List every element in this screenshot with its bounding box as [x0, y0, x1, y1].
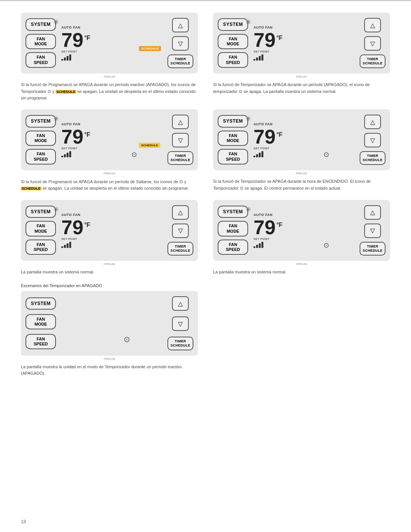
up-arrow-btn-4[interactable]: △ — [364, 115, 381, 129]
thermostat-panel-6: ✳ SYSTEM AUTO FAN 79°F SET POINT — [213, 200, 390, 261]
center-display-5: AUTO FAN 79°F SET POINT — [58, 213, 165, 248]
up-arrow-btn-1[interactable]: △ — [172, 18, 189, 32]
clock-icon-3: ⊙ — [131, 150, 137, 159]
fan-bar-6 — [256, 58, 258, 61]
row-4: Escenarios del Temporizador en APAGADO S… — [21, 283, 390, 381]
timer-schedule-btn-4[interactable]: TIMERSCHEDULE — [360, 151, 386, 165]
system-button-7[interactable]: SYSTEM — [25, 297, 56, 310]
down-arrow-btn-5[interactable]: ▽ — [172, 224, 189, 238]
snowflake-icon-2: ✳ — [245, 18, 251, 26]
fan-mode-button-2[interactable]: FANMODE — [218, 34, 248, 49]
system-button-3[interactable]: SYSTEM — [25, 115, 56, 127]
fan-bar-22 — [256, 245, 258, 248]
temp-display-3: 79°F — [61, 127, 90, 147]
timer-schedule-btn-2[interactable]: TIMERSCHEDULE — [360, 54, 386, 68]
row-1: ✳ SYSTEM AUTO FAN 79°F SET POINT — [21, 13, 390, 105]
fan-bar-8 — [261, 54, 263, 61]
down-arrow-btn-2[interactable]: ▽ — [364, 36, 381, 51]
fan-speed-button-3[interactable]: FANSPEED — [25, 149, 56, 164]
timer-schedule-btn-6[interactable]: TIMERSCHEDULE — [360, 242, 386, 256]
temp-display-6: 79°F — [253, 217, 282, 237]
fan-speed-button-2[interactable]: FANSPEED — [218, 52, 248, 67]
panel-wrapper-4: ✳ SYSTEM AUTO FAN 79°F SET POINT — [213, 109, 390, 175]
thermostat-panel-4: ✳ SYSTEM AUTO FAN 79°F SET POINT — [213, 109, 390, 170]
snowflake-icon-6: ✳ — [245, 205, 251, 214]
fan-bar-9 — [61, 156, 63, 157]
system-button-2[interactable]: SYSTEM — [218, 18, 248, 30]
up-arrow-btn-5[interactable]: △ — [172, 205, 189, 220]
center-display-4: AUTO FAN 79°F SET POINT — [250, 122, 357, 157]
right-controls-2: △ ▽ TIMERSCHEDULE — [360, 18, 386, 68]
fan-bar-10 — [64, 154, 66, 157]
fig-label-7: FRR106 — [21, 357, 198, 361]
fan-bar-1 — [61, 59, 63, 61]
right-controls-5: △ ▽ TIMERSCHEDULE — [167, 205, 193, 256]
fan-bar-15 — [259, 153, 261, 157]
fan-speed-button-7[interactable]: FANSPEED — [25, 334, 56, 349]
panel-wrapper-7: SYSTEM ⊙ △ ▽ TIMERSCHEDULE FANMODE FANSP… — [21, 291, 198, 361]
col-3-left: ✳ SYSTEM AUTO FAN 79°F SET POINT — [21, 200, 198, 280]
system-button-1[interactable]: SYSTEM — [25, 18, 56, 30]
fan-bar-5 — [253, 59, 255, 61]
snowflake-icon-3: ✳ — [53, 115, 59, 123]
fan-bar-3 — [67, 56, 68, 61]
fan-speed-button-1[interactable]: FANSPEED — [25, 52, 56, 67]
system-button-4[interactable]: SYSTEM — [218, 115, 248, 127]
thermostat-panel-3: ✳ SYSTEM AUTO FAN 79°F SET POINT — [21, 109, 198, 170]
fan-mode-button-5[interactable]: FANMODE — [25, 221, 56, 236]
snowflake-icon-4: ✳ — [245, 115, 251, 123]
fan-mode-button-6[interactable]: FANMODE — [218, 221, 248, 236]
up-arrow-btn-7[interactable]: △ — [172, 296, 189, 311]
col-1-right: ✳ SYSTEM AUTO FAN 79°F SET POINT — [213, 13, 390, 105]
fan-speed-button-4[interactable]: FANSPEED — [218, 149, 248, 164]
col-4-right-empty — [213, 283, 390, 381]
fan-speed-button-6[interactable]: FANSPEED — [218, 240, 248, 255]
fan-bar-20 — [69, 242, 71, 248]
page-border-top — [0, 0, 411, 1]
thermostat-panel-5: ✳ SYSTEM AUTO FAN 79°F SET POINT — [21, 200, 198, 261]
center-display-6: AUTO FAN 79°F SET POINT — [250, 213, 357, 248]
section-heading: Escenarios del Temporizador en APAGADO — [21, 283, 198, 288]
thermostat-panel-7: SYSTEM ⊙ △ ▽ TIMERSCHEDULE FANMODE FANSP… — [21, 291, 198, 356]
panel-wrapper-5: ✳ SYSTEM AUTO FAN 79°F SET POINT — [21, 200, 198, 266]
schedule-bar-1: SCHEDULE — [139, 46, 161, 51]
fan-speed-indicator-2 — [253, 54, 263, 61]
temp-display-5: 79°F — [61, 217, 90, 237]
down-arrow-btn-7[interactable]: ▽ — [172, 316, 189, 331]
fan-bar-19 — [67, 243, 68, 248]
col-2-left: ✳ SYSTEM AUTO FAN 79°F SET POINT — [21, 109, 198, 196]
down-arrow-btn-1[interactable]: ▽ — [172, 36, 189, 51]
fig-label-3: FRR104 — [21, 172, 198, 175]
caption-4: Si la funció de Temporizador se APAGA du… — [213, 178, 390, 192]
up-arrow-btn-2[interactable]: △ — [364, 18, 381, 32]
fan-speed-indicator-3 — [61, 151, 71, 157]
fan-mode-button-1[interactable]: FANMODE — [25, 34, 56, 49]
fan-speed-indicator-5 — [61, 242, 71, 248]
timer-schedule-btn-7[interactable]: TIMERSCHEDULE — [167, 337, 193, 350]
temp-display-1: 79°F — [61, 30, 90, 50]
timer-schedule-btn-3[interactable]: TIMERSCHEDULE — [167, 151, 193, 165]
fan-mode-button-3[interactable]: FANMODE — [25, 131, 56, 146]
row-3: ✳ SYSTEM AUTO FAN 79°F SET POINT — [21, 200, 390, 280]
caption-7: La pantalla muestra la unidad en el modo… — [21, 364, 198, 376]
system-button-5[interactable]: SYSTEM — [25, 206, 56, 218]
timer-schedule-btn-5[interactable]: TIMERSCHEDULE — [167, 242, 193, 256]
degree-1: °F — [84, 35, 90, 41]
system-button-6[interactable]: SYSTEM — [218, 206, 248, 218]
down-arrow-btn-3[interactable]: ▽ — [172, 133, 189, 147]
timer-schedule-btn-1[interactable]: TIMERSCHEDULE — [167, 54, 193, 68]
col-2-right: ✳ SYSTEM AUTO FAN 79°F SET POINT — [213, 109, 390, 196]
fan-speed-button-5[interactable]: FANSPEED — [25, 240, 56, 255]
fan-bar-16 — [261, 151, 263, 157]
snowflake-icon-5: ✳ — [53, 205, 59, 214]
col-1-left: ✳ SYSTEM AUTO FAN 79°F SET POINT — [21, 13, 198, 105]
down-arrow-btn-6[interactable]: ▽ — [364, 224, 381, 238]
fig-label-2: FRR167 — [213, 75, 390, 78]
fan-bar-14 — [256, 154, 258, 157]
up-arrow-btn-3[interactable]: △ — [172, 115, 189, 129]
up-arrow-btn-6[interactable]: △ — [364, 205, 381, 220]
fig-label-1: FRR143 — [21, 75, 198, 78]
down-arrow-btn-4[interactable]: ▽ — [364, 133, 381, 147]
fan-mode-button-4[interactable]: FANMODE — [218, 131, 248, 146]
fan-mode-button-7[interactable]: FANMODE — [25, 314, 56, 329]
